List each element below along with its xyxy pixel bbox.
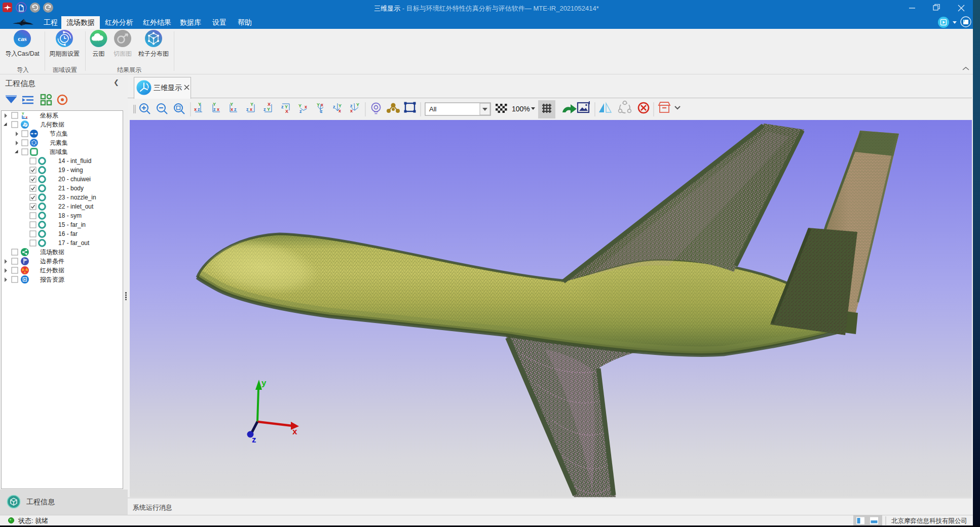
svg-text:Y: Y: [213, 102, 216, 107]
svg-text:x: x: [231, 107, 233, 112]
svg-text:z: z: [23, 115, 25, 119]
svg-text:All: All: [429, 105, 437, 113]
svg-text:流场数据: 流场数据: [40, 249, 64, 256]
svg-text:边界条件: 边界条件: [40, 258, 64, 265]
svg-text:22 - inlet_out: 22 - inlet_out: [58, 203, 94, 210]
svg-text:100%: 100%: [512, 105, 530, 113]
svg-text:23 - nozzle_in: 23 - nozzle_in: [58, 194, 96, 201]
svg-text:x: x: [350, 108, 353, 113]
svg-text:Y: Y: [198, 102, 201, 107]
svg-text:z: z: [299, 109, 302, 114]
svg-text:Y: Y: [230, 102, 233, 107]
svg-text:Y: Y: [338, 103, 342, 108]
svg-text:x: x: [321, 102, 323, 107]
svg-text:z: z: [252, 435, 256, 444]
svg-text:x: x: [26, 115, 28, 119]
svg-text:20 - chuiwei: 20 - chuiwei: [58, 176, 91, 183]
svg-text:元素集: 元素集: [50, 139, 68, 146]
svg-text:Y: Y: [22, 112, 24, 115]
svg-text:红外数据: 红外数据: [40, 267, 64, 274]
svg-text:Y: Y: [250, 102, 253, 107]
svg-text:cas: cas: [18, 35, 26, 43]
svg-text:16 - far: 16 - far: [58, 230, 78, 237]
svg-text:z: z: [320, 109, 323, 114]
svg-text:17 - far_out: 17 - far_out: [58, 239, 90, 247]
svg-text:Y: Y: [267, 107, 270, 112]
svg-text:x: x: [305, 104, 307, 109]
svg-text:14 - int_fluid: 14 - int_fluid: [58, 157, 91, 165]
svg-text:北京摩弈信息科技有限公司: 北京摩弈信息科技有限公司: [891, 517, 967, 524]
svg-text:21 - body: 21 - body: [58, 185, 84, 192]
svg-text:19 - wing: 19 - wing: [58, 167, 83, 174]
svg-text:状态: 就绪: 状态: 就绪: [18, 517, 48, 524]
svg-text:几何数据: 几何数据: [40, 121, 64, 128]
svg-text:x: x: [194, 107, 197, 112]
svg-text:z: z: [333, 104, 335, 109]
svg-text:面域集: 面域集: [50, 148, 68, 155]
svg-text:z: z: [281, 104, 284, 109]
svg-text:节点集: 节点集: [50, 130, 68, 137]
svg-text:z: z: [246, 107, 249, 112]
svg-text:y: y: [261, 378, 267, 388]
svg-text:坐标系: 坐标系: [40, 112, 58, 119]
svg-text:15 - far_in: 15 - far_in: [58, 221, 86, 228]
svg-text:x: x: [217, 107, 219, 112]
svg-text:Y: Y: [298, 103, 301, 108]
svg-text:z: z: [263, 107, 266, 112]
svg-text:三维显示: 三维显示: [154, 84, 182, 92]
svg-text:x: x: [338, 108, 341, 113]
svg-text:x: x: [292, 427, 297, 436]
svg-text:Y: Y: [356, 102, 359, 107]
svg-text:X: X: [285, 109, 288, 114]
svg-text:z: z: [213, 107, 216, 112]
svg-text:z: z: [350, 103, 353, 108]
svg-text:z: z: [234, 107, 237, 112]
svg-text:工程信息: 工程信息: [26, 498, 55, 506]
svg-text:x: x: [250, 107, 252, 112]
svg-text:z: z: [198, 107, 200, 112]
svg-text:X: X: [268, 102, 271, 107]
svg-text:18 - sym: 18 - sym: [58, 212, 82, 219]
svg-text:报告资源: 报告资源: [40, 276, 64, 283]
